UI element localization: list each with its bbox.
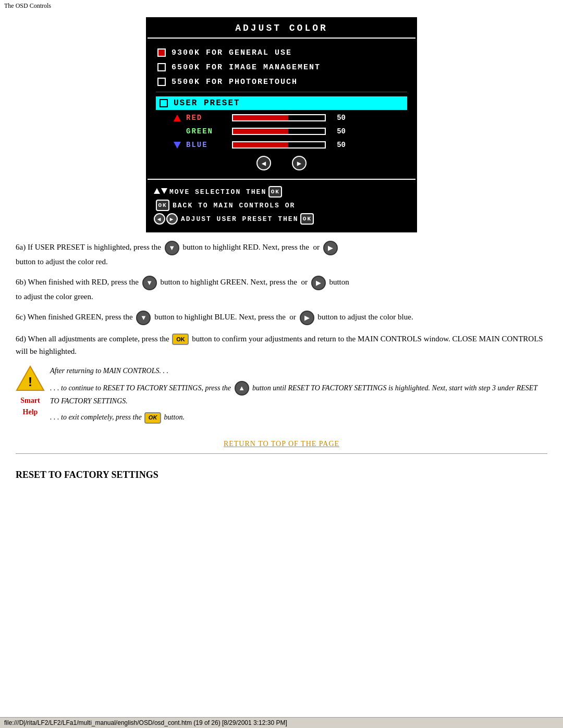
ok-button-6d: OK	[172, 334, 189, 345]
right-arrow-icon-6b: ▶	[311, 276, 326, 290]
desc-6b-pre: 6b) When finished with RED, press the	[16, 278, 139, 286]
warning-triangle-icon: !	[16, 365, 45, 391]
warning-icon-container: ! Smart Help	[16, 365, 45, 418]
down-arrow-icon-6a: ▼	[165, 241, 179, 255]
osd-nav-arrows: ◀ ▶	[156, 153, 407, 174]
color-bar-blue	[232, 141, 326, 149]
help-label: Help	[16, 406, 45, 418]
svg-text:!: !	[28, 375, 32, 389]
osd-item-3: 5500K FOR PHOTORETOUCH	[156, 76, 407, 88]
open-square-icon-2	[157, 78, 166, 86]
osd-item-2: 6500K FOR IMAGE MANAGEMENT	[156, 61, 407, 73]
color-bar-fill-blue	[233, 142, 288, 147]
osd-icon-1	[156, 47, 167, 58]
footer-text-3: ADJUST USER PRESET THEN	[181, 215, 298, 223]
desc-6c-mid: button to highlight BLUE. Next, press th…	[154, 313, 286, 321]
desc-6c-post: button to adjust the color blue.	[317, 313, 413, 321]
smart-help-line2: . . . to exit completely, press the OK b…	[50, 412, 547, 424]
blue-icon	[172, 139, 183, 151]
up-arrow-smart-icon: ▲	[235, 381, 249, 396]
desc-6b-btn: button	[329, 278, 349, 286]
smart-help-line1: . . . to continue to RESET TO FACTORY SE…	[50, 381, 547, 407]
right-arrow-icon-6c: ▶	[300, 311, 314, 325]
osd-item-label-2: 6500K FOR IMAGE MANAGEMENT	[172, 63, 321, 72]
warning-triangle-wrapper: !	[16, 365, 45, 395]
desc-6a-post: button to adjust the color red.	[16, 257, 108, 266]
ok-icon-1: OK	[268, 186, 282, 198]
up-triangle-red-icon	[174, 115, 181, 121]
osd-footer-row-1: MOVE SELECTION THEN OK	[154, 186, 409, 198]
osd-icon-2	[156, 61, 167, 73]
desc-6b-or: or	[299, 278, 308, 286]
desc-6c-pre: 6c) When finished GREEN, press the	[16, 313, 133, 321]
osd-title: ADJUST COLOR	[148, 19, 415, 39]
ok-icon-2: OK	[156, 200, 169, 211]
section-divider	[16, 453, 547, 454]
footer-icon-1	[154, 188, 167, 196]
desc-6b-mid: button to highlight GREEN. Next, press t…	[160, 278, 297, 286]
desc-6a-or: or	[311, 243, 320, 251]
bottom-heading: RESET TO FACTORY SETTINGS	[16, 470, 547, 480]
osd-item-1: 9300K FOR GENERAL USE	[156, 47, 407, 58]
osd-color-row-red: RED 50	[156, 112, 407, 124]
osd-icon-3	[156, 76, 167, 88]
footer-text-2: BACK TO MAIN CONTROLS OR	[173, 202, 295, 209]
filled-square-icon	[157, 48, 166, 57]
desc-6d-pre: 6d) When all adjustments are complete, p…	[16, 335, 169, 343]
smart-help-after: After returning to MAIN CONTROLS. . .	[50, 365, 547, 377]
main-content: ADJUST COLOR 9300K FOR GENERAL USE 6500K…	[0, 12, 563, 464]
osd-footer-row-2: OK BACK TO MAIN CONTROLS OR	[154, 200, 409, 211]
desc-6a-mid: button to highlight RED. Next, press the	[182, 243, 309, 251]
description-section: 6a) If USER PRESET is highlighted, press…	[16, 241, 547, 424]
osd-item-label-1: 9300K FOR GENERAL USE	[172, 48, 292, 57]
color-value-blue: 50	[330, 141, 346, 149]
return-link-container: RETURN TO TOP OF THE PAGE	[16, 439, 547, 448]
osd-color-row-blue: BLUE 50	[156, 139, 407, 151]
bottom-section: RESET TO FACTORY SETTINGS	[0, 464, 563, 489]
color-value-red: 50	[330, 114, 346, 122]
color-label-green: GREEN	[186, 127, 228, 135]
return-to-top-link[interactable]: RETURN TO TOP OF THE PAGE	[224, 440, 339, 448]
right-arrow-btn[interactable]: ▶	[292, 156, 307, 170]
desc-6b-post: to adjust the color green.	[16, 292, 93, 301]
color-bar-red	[232, 114, 326, 121]
osd-divider	[156, 92, 407, 92]
desc-para-6b: 6b) When finished with RED, press the ▼ …	[16, 276, 547, 303]
preset-square-icon	[160, 99, 168, 107]
osd-preset-row: USER PRESET	[156, 96, 407, 110]
osd-body: 9300K FOR GENERAL USE 6500K FOR IMAGE MA…	[148, 39, 415, 179]
desc-para-6c: 6c) When finished GREEN, press the ▼ but…	[16, 311, 547, 325]
preset-icon	[158, 97, 169, 109]
osd-color-row-green: GREEN 50	[156, 126, 407, 137]
footer-text-1: MOVE SELECTION THEN	[169, 188, 266, 196]
right-arrow-icon-6a: ▶	[323, 241, 338, 255]
osd-footer-row-3: ◀ ▶ ADJUST USER PRESET THEN OK	[154, 213, 409, 225]
footer-icon-3: ◀ ▶	[154, 213, 178, 225]
desc-para-6d: 6d) When all adjustments are complete, p…	[16, 332, 547, 359]
green-spacer	[172, 126, 183, 137]
status-bar: file:///D|/rita/LF2/LF2/LFa1/multi_manua…	[0, 717, 563, 728]
desc-6c-or: or	[288, 313, 296, 321]
open-square-icon-1	[157, 63, 166, 71]
smart-help-container: ! Smart Help After returning to MAIN CON…	[16, 365, 547, 424]
osd-preset-label: USER PRESET	[174, 98, 240, 108]
status-bar-text: file:///D|/rita/LF2/LF2/LFa1/multi_manua…	[4, 719, 287, 726]
smart-help-text: After returning to MAIN CONTROLS. . . . …	[50, 365, 547, 424]
desc-6a-pre: 6a) If USER PRESET is highlighted, press…	[16, 243, 161, 251]
down-arrow-icon-6b: ▼	[142, 276, 157, 290]
ok-icon-3: OK	[300, 213, 314, 225]
osd-item-label-3: 5500K FOR PHOTORETOUCH	[172, 78, 298, 87]
color-bar-fill-green	[233, 129, 288, 134]
smart-label: Smart	[16, 395, 45, 406]
color-bar-green	[232, 128, 326, 135]
color-bar-fill-red	[233, 115, 288, 120]
osd-footer: MOVE SELECTION THEN OK OK BACK TO MAIN C…	[148, 179, 415, 231]
down-arrow-icon-6c: ▼	[136, 311, 151, 325]
top-bar-title: The OSD Controls	[4, 2, 51, 9]
top-bar: The OSD Controls	[0, 0, 563, 12]
osd-display: ADJUST COLOR 9300K FOR GENERAL USE 6500K…	[146, 17, 417, 232]
desc-para-6a: 6a) If USER PRESET is highlighted, press…	[16, 241, 547, 268]
left-arrow-btn[interactable]: ◀	[256, 156, 271, 170]
color-label-red: RED	[186, 114, 228, 122]
color-value-green: 50	[330, 127, 346, 135]
